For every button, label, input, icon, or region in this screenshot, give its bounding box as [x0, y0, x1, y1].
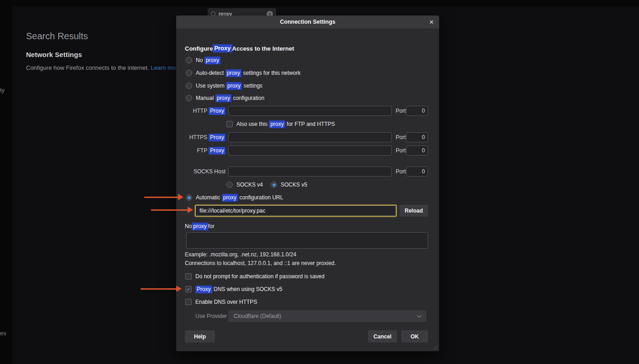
checkbox-label: Do not prompt for authentication if pass… — [195, 273, 325, 280]
radio-label: No proxy — [196, 57, 220, 63]
proxy-dns-socks5-checkbox[interactable]: ✓ Proxy DNS when using SOCKS v5 — [185, 285, 283, 294]
no-prompt-auth-checkbox[interactable]: Do not prompt for authentication if pass… — [185, 272, 325, 281]
checkbox-checked-icon[interactable]: ✓ — [185, 286, 192, 292]
heading-post: Access to the Internet — [232, 45, 294, 52]
checkbox-label: Enable DNS over HTTPS — [195, 299, 257, 305]
provider-dropdown[interactable]: Cloudflare (Default) — [228, 310, 426, 322]
radio-icon[interactable] — [186, 95, 192, 101]
provider-value: Cloudflare (Default) — [234, 313, 281, 319]
http-proxy-row: HTTP Proxy Port — [176, 106, 439, 116]
socks-host-label: SOCKS Host — [185, 166, 225, 177]
left-black-strip — [0, 0, 13, 364]
socks-version-row: SOCKS v4 SOCKS v5 — [226, 180, 307, 189]
socks-v5-radio-icon[interactable] — [271, 182, 277, 188]
ftp-proxy-input[interactable] — [228, 146, 392, 156]
chevron-down-icon — [417, 313, 422, 317]
heading-pre: Configure — [185, 45, 213, 52]
checkbox-icon[interactable] — [226, 121, 233, 127]
help-button[interactable]: Help — [185, 330, 215, 343]
cancel-button[interactable]: Cancel — [368, 330, 397, 343]
ok-button[interactable]: OK — [401, 330, 428, 343]
radio-icon[interactable] — [186, 83, 192, 89]
radio-automatic-proxy-url[interactable]: Automatic proxy configuration URL — [186, 193, 283, 202]
https-port-label: Port — [396, 132, 406, 142]
socks-v4-label[interactable]: SOCKS v4 — [236, 182, 263, 188]
checkbox-icon[interactable] — [185, 273, 192, 280]
socks-port-label: Port — [396, 166, 406, 177]
enable-doh-checkbox[interactable]: Enable DNS over HTTPS — [185, 297, 257, 307]
learn-more-link[interactable]: Learn mor — [151, 64, 178, 71]
resize-grip[interactable] — [432, 344, 437, 349]
example-hint: Example: .mozilla.org, .net.nz, 192.168.… — [185, 251, 296, 258]
radio-label: Automatic proxy configuration URL — [196, 194, 283, 201]
close-icon[interactable]: ✕ — [429, 16, 434, 29]
https-proxy-input[interactable] — [228, 132, 392, 142]
ftp-port-input[interactable] — [406, 146, 428, 156]
radio-label: Auto-detect proxy settings for this netw… — [196, 70, 300, 76]
ftp-proxy-label: FTP Proxy — [185, 146, 225, 156]
radio-no-proxy[interactable]: No proxy — [186, 56, 220, 65]
socks-port-input[interactable] — [406, 166, 428, 177]
no-proxy-for-textarea[interactable] — [186, 232, 428, 249]
description-text: Configure how Firefox connects to the in… — [26, 64, 151, 71]
search-results-title: Search Results — [26, 31, 88, 42]
socks-host-input[interactable] — [228, 166, 392, 177]
dialog-header: Connection Settings ✕ — [176, 16, 439, 29]
proxy-url-input[interactable] — [194, 204, 397, 217]
reload-button[interactable]: Reload — [399, 205, 428, 217]
http-port-label: Port — [396, 106, 406, 116]
dialog-title: Connection Settings — [176, 16, 439, 29]
network-settings-heading: Network Settings — [26, 51, 82, 58]
https-proxy-label: HTTPS Proxy — [185, 132, 225, 142]
radio-label: Use system proxy settings — [196, 83, 262, 89]
annotation-arrow-auto-proxy-radio — [144, 197, 178, 198]
socks-v4-radio-icon[interactable] — [226, 182, 233, 188]
checkbox-label: Proxy DNS when using SOCKS v5 — [195, 286, 283, 292]
checkbox-label: Also use this proxy for FTP and HTTPS — [236, 121, 335, 127]
https-port-input[interactable] — [406, 132, 428, 142]
top-black-strip — [0, 0, 639, 6]
use-provider-label: Use Provider — [195, 310, 225, 322]
no-proxy-for-label: No proxy for — [185, 222, 215, 231]
radio-icon[interactable] — [186, 194, 192, 201]
heading-highlight: Proxy — [213, 44, 232, 52]
ftp-port-label: Port — [396, 146, 406, 156]
checkbox-icon[interactable] — [185, 299, 192, 305]
ftp-proxy-row: FTP Proxy Port — [176, 146, 439, 156]
annotation-arrow-proxy-dns-checkbox — [141, 288, 176, 290]
network-settings-description: Configure how Firefox connects to the in… — [26, 64, 178, 71]
radio-auto-detect-proxy[interactable]: Auto-detect proxy settings for this netw… — [186, 68, 300, 78]
socks-host-row: SOCKS Host Port — [176, 166, 439, 177]
http-proxy-label: HTTP Proxy — [185, 106, 225, 116]
radio-label: Manual proxy configuration — [196, 95, 264, 101]
https-proxy-row: HTTPS Proxy Port — [176, 132, 439, 142]
sidebar-text-fragment-top: ty — [0, 87, 5, 94]
also-use-proxy-checkbox[interactable]: Also use this proxy for FTP and HTTPS — [226, 120, 335, 129]
annotation-arrow-url-field — [151, 209, 188, 211]
http-proxy-input[interactable] — [228, 106, 392, 116]
dialog-heading: Configure Proxy Access to the Internet — [185, 44, 294, 53]
radio-icon[interactable] — [186, 57, 192, 63]
localhost-hint: Connections to localhost, 127.0.0.1, and… — [185, 260, 336, 266]
socks-v5-label[interactable]: SOCKS v5 — [281, 182, 307, 188]
radio-manual-proxy[interactable]: Manual proxy configuration — [186, 94, 264, 103]
radio-system-proxy[interactable]: Use system proxy settings — [186, 81, 262, 90]
sidebar-text-fragment-bottom: es — [0, 330, 6, 337]
radio-icon[interactable] — [186, 70, 192, 76]
http-port-input[interactable] — [406, 106, 428, 116]
connection-settings-dialog: Connection Settings ✕ Configure Proxy Ac… — [176, 16, 439, 351]
